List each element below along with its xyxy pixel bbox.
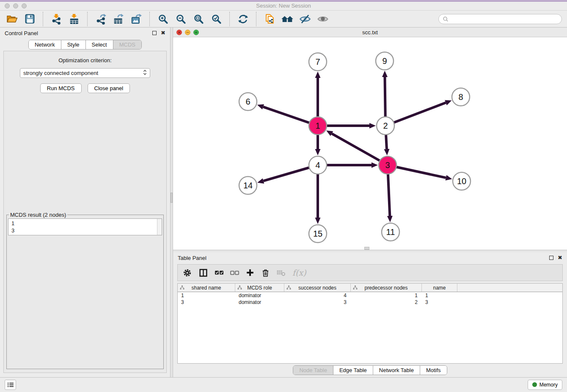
table-cell: dominator — [235, 292, 284, 299]
table-settings-gear-icon[interactable] — [182, 268, 192, 278]
show-graphics-details-icon[interactable] — [316, 12, 330, 26]
search-input[interactable] — [451, 16, 558, 22]
table-panel: Table Panel ✖ — [173, 252, 567, 377]
column-header-filler — [457, 284, 562, 292]
splitter-handle[interactable] — [171, 193, 173, 203]
network-graph[interactable]: 7968124314101511 — [173, 37, 567, 250]
graph-edge-3-1[interactable] — [332, 134, 388, 165]
tab-motifs[interactable]: Motifs — [420, 366, 447, 375]
refresh-view-icon[interactable] — [236, 12, 250, 26]
tab-node-table[interactable]: Node Table — [293, 366, 333, 375]
control-panel-tab-bar: Network Style Select MCDS — [28, 40, 142, 50]
run-mcds-button[interactable]: Run MCDS — [40, 83, 82, 93]
optimization-criterion-label: Optimization criterion: — [58, 57, 112, 63]
float-panel-icon[interactable] — [152, 31, 157, 35]
tab-select[interactable]: Select — [85, 40, 113, 49]
graph-edge-arrowhead — [315, 218, 321, 224]
graph-node-label: 10 — [457, 177, 466, 186]
mcds-result-list: 1 3 — [8, 219, 157, 235]
graph-edge-arrowhead — [257, 104, 264, 109]
close-panel-icon[interactable]: ✖ — [161, 31, 165, 35]
save-session-icon[interactable] — [23, 12, 36, 26]
criterion-select[interactable]: strongly connected component — [20, 68, 150, 78]
graph-node-label: 3 — [385, 160, 390, 170]
clone-network-icon[interactable] — [263, 12, 276, 26]
hide-graphics-details-icon[interactable] — [298, 12, 312, 26]
result-scrollbar[interactable] — [157, 219, 162, 235]
export-table-icon[interactable] — [112, 12, 125, 26]
toolbar-separator — [87, 12, 88, 26]
column-header-shared-name[interactable]: shared name — [178, 284, 235, 292]
zoom-selected-icon[interactable] — [209, 12, 223, 26]
control-panel-title: Control Panel — [5, 30, 38, 36]
graph-edge-arrowhead — [445, 175, 452, 181]
float-table-panel-icon[interactable] — [549, 256, 553, 260]
delete-table-icon — [276, 269, 286, 276]
select-all-check-icon[interactable] — [215, 269, 224, 276]
app-titlebar: Session: New Session — [0, 2, 567, 11]
column-header-successor-nodes[interactable]: successor nodes — [284, 284, 351, 292]
toolbar-separator — [43, 12, 43, 26]
tab-edge-table[interactable]: Edge Table — [333, 366, 373, 375]
toolbar-separator — [256, 12, 256, 26]
zoom-in-icon[interactable] — [156, 12, 170, 26]
network-canvas[interactable]: 7968124314101511 — [173, 37, 567, 250]
memory-button[interactable]: Memory — [528, 380, 562, 390]
node-table: shared name MCDS role successor nodes pr… — [177, 283, 563, 364]
export-image-icon[interactable] — [129, 12, 143, 26]
show-columns-icon[interactable] — [198, 268, 208, 278]
mcds-panel-body: Optimization criterion: strongly connect… — [3, 51, 167, 373]
graph-edge-arrowhead — [387, 216, 393, 222]
table-cell: dominator — [235, 299, 284, 306]
tab-network[interactable]: Network — [29, 40, 61, 49]
task-history-button[interactable] — [5, 380, 16, 390]
tab-mcds[interactable]: MCDS — [113, 40, 141, 49]
toolbar-separator — [229, 12, 230, 26]
graph-node-label: 14 — [243, 181, 253, 190]
mcds-result-title: MCDS result (2 nodes) — [9, 212, 67, 218]
deselect-all-icon[interactable] — [230, 270, 239, 276]
panel-splitter[interactable] — [170, 28, 173, 377]
table-cell: 3 — [284, 299, 351, 306]
table-cell: 3 — [178, 299, 235, 306]
graph-edge-arrowhead — [369, 123, 376, 129]
column-header-name[interactable]: name — [422, 284, 457, 292]
graph-node-label: 7 — [315, 57, 320, 66]
tab-network-table[interactable]: Network Table — [373, 366, 420, 375]
close-panel-button[interactable]: Close panel — [88, 83, 130, 93]
delete-row-icon[interactable] — [261, 268, 270, 278]
graph-node-label: 8 — [458, 92, 463, 102]
graph-node-label: 4 — [315, 160, 320, 170]
export-network-icon[interactable] — [94, 12, 107, 26]
graph-edge-arrowhead — [372, 163, 378, 168]
add-row-icon[interactable] — [245, 268, 255, 277]
zoom-out-icon[interactable] — [174, 12, 187, 26]
canvas-splitter-handle[interactable] — [364, 247, 369, 250]
reset-home-icon[interactable] — [281, 12, 294, 26]
graph-edge-2-8[interactable] — [385, 103, 446, 126]
column-header-predecessor-nodes[interactable]: predecessor nodes — [351, 284, 422, 292]
table-header-row: shared name MCDS role successor nodes pr… — [178, 284, 562, 292]
criterion-selected-value: strongly connected component — [23, 70, 98, 76]
status-bar: Memory — [0, 377, 567, 392]
control-panel: Control Panel ✖ Network Style Select MCD… — [0, 28, 170, 377]
main-toolbar — [0, 11, 567, 28]
zoom-fit-icon[interactable] — [192, 12, 205, 26]
table-row[interactable]: 3dominator323 — [178, 299, 562, 306]
import-network-icon[interactable] — [50, 12, 63, 26]
table-toolbar: f(x) — [177, 264, 563, 281]
open-session-icon[interactable] — [5, 12, 19, 26]
tab-style[interactable]: Style — [61, 40, 85, 49]
graph-node-label: 15 — [313, 229, 322, 238]
mcds-result-box: MCDS result (2 nodes) 1 3 — [6, 212, 164, 369]
graph-node-label: 9 — [382, 56, 387, 66]
graph-node-label: 11 — [386, 227, 395, 237]
table-row[interactable]: 1dominator411 — [178, 292, 562, 299]
global-search[interactable] — [438, 14, 562, 24]
import-table-icon[interactable] — [67, 12, 81, 26]
list-icon — [7, 382, 14, 388]
close-table-panel-icon[interactable]: ✖ — [558, 256, 562, 260]
memory-status-dot — [532, 382, 537, 387]
column-header-mcds-role[interactable]: MCDS role — [235, 284, 284, 292]
table-body: 1dominator4113dominator323 — [178, 292, 562, 306]
